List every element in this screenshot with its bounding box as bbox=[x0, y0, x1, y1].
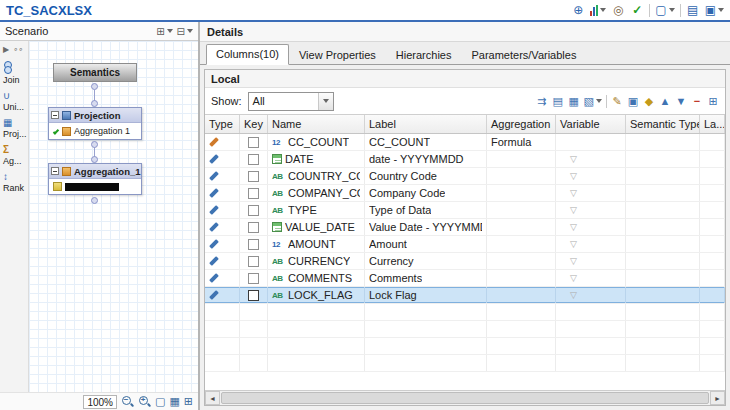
maximize-icon[interactable]: ▣ bbox=[705, 3, 724, 17]
add-columns-icon[interactable]: ▤ bbox=[552, 94, 564, 108]
add-counter-icon[interactable]: ▧ bbox=[584, 94, 602, 108]
horizontal-scrollbar[interactable]: ◄ ► bbox=[205, 390, 725, 405]
variable-filter-icon[interactable]: ▽ bbox=[570, 188, 577, 198]
label-column-cell bbox=[700, 270, 725, 286]
aggregation-cell bbox=[487, 219, 556, 235]
tab-parameters-variables[interactable]: Parameters/Variables bbox=[461, 45, 586, 65]
variable-filter-icon[interactable]: ▽ bbox=[570, 171, 577, 181]
variable-filter-icon[interactable]: ▽ bbox=[570, 256, 577, 266]
scrollbar-thumb[interactable] bbox=[221, 392, 709, 404]
mapping-icon[interactable]: ⊞ bbox=[707, 94, 719, 108]
column-header-label[interactable]: Label bbox=[365, 115, 487, 133]
table-row[interactable]: ABTYPE Type of Data ▽ bbox=[205, 202, 725, 219]
show-filter-select[interactable]: All bbox=[248, 92, 334, 111]
key-checkbox[interactable] bbox=[248, 273, 259, 284]
find-icon[interactable]: ◎ bbox=[611, 3, 625, 17]
deploy-icon[interactable]: ⊕ bbox=[571, 3, 585, 17]
key-checkbox[interactable] bbox=[248, 239, 259, 250]
tab-view-properties[interactable]: View Properties bbox=[289, 45, 386, 65]
variable-filter-icon[interactable]: ▽ bbox=[570, 273, 577, 283]
key-checkbox[interactable] bbox=[248, 171, 259, 182]
editor-switch-icon[interactable]: ▤ bbox=[686, 3, 700, 17]
palette-item-aggregation[interactable]: Σ Ag... bbox=[2, 143, 26, 167]
zoom-in-icon[interactable]: + bbox=[138, 395, 151, 408]
palette-item-join[interactable]: Join bbox=[2, 60, 26, 86]
remove-icon[interactable]: − bbox=[691, 94, 703, 108]
table-row[interactable]: 12AMOUNT Amount ▽ bbox=[205, 236, 725, 253]
connector-icon[interactable]: ∘∘ bbox=[13, 44, 23, 55]
zoom-level[interactable]: 100% bbox=[83, 395, 117, 409]
key-checkbox[interactable] bbox=[248, 205, 259, 216]
collapse-node-icon[interactable] bbox=[51, 167, 59, 175]
pointer-icon[interactable]: ▶ bbox=[3, 44, 9, 55]
table-row[interactable]: 12CC_COUNT CC_COUNT Formula bbox=[205, 134, 725, 151]
projection-node-header[interactable]: Projection bbox=[49, 108, 141, 123]
key-checkbox[interactable] bbox=[248, 222, 259, 233]
aggregation-node-header[interactable]: Aggregation_1 bbox=[49, 164, 141, 179]
palette-item-union[interactable]: ∪ Uni... bbox=[2, 89, 26, 113]
palette-item-projection[interactable]: ▦ Proj... bbox=[2, 116, 26, 140]
connector-port[interactable] bbox=[91, 197, 98, 204]
connector-port[interactable] bbox=[91, 100, 98, 107]
table-row[interactable]: ABCURRENCY Currency ▽ bbox=[205, 253, 725, 270]
column-header-aggregation[interactable]: Aggregation bbox=[487, 115, 556, 133]
table-row[interactable]: ABCOMPANY_CO... Company Code ▽ bbox=[205, 185, 725, 202]
column-header-semantic-type[interactable]: Semantic Type bbox=[626, 115, 700, 133]
data-preview-icon[interactable] bbox=[590, 3, 606, 17]
zoom-out-icon[interactable]: − bbox=[121, 395, 134, 408]
table-row[interactable]: ABCOUNTRY_CODE Country Code ▽ bbox=[205, 168, 725, 185]
scroll-left-button[interactable]: ◄ bbox=[205, 391, 220, 405]
variable-filter-icon[interactable]: ▽ bbox=[570, 222, 577, 232]
copy-icon[interactable]: ▣ bbox=[627, 94, 639, 108]
validate-icon[interactable]: ✓ bbox=[630, 3, 644, 17]
aggregation-node-source[interactable] bbox=[49, 179, 141, 194]
connector-port[interactable] bbox=[91, 156, 98, 163]
expand-all-icon[interactable]: ⊞ bbox=[156, 26, 172, 37]
scenario-canvas[interactable]: Semantics Projection Aggreg bbox=[29, 41, 198, 392]
key-checkbox[interactable] bbox=[248, 137, 259, 148]
key-checkbox[interactable] bbox=[248, 256, 259, 267]
column-header-key[interactable]: Key bbox=[240, 115, 268, 133]
column-label: Lock Flag bbox=[369, 289, 417, 301]
assign-semantics-icon[interactable]: ◆ bbox=[643, 94, 655, 108]
propagate-to-semantics-icon[interactable]: ⇉ bbox=[536, 94, 548, 108]
key-checkbox[interactable] bbox=[248, 188, 259, 199]
add-calculated-column-icon[interactable]: ▦ bbox=[568, 94, 580, 108]
combo-dropdown-button[interactable] bbox=[318, 93, 333, 110]
variable-filter-icon[interactable]: ▽ bbox=[570, 154, 577, 164]
date-type-icon bbox=[272, 154, 282, 164]
palette-item-rank[interactable]: ↕ Rank bbox=[2, 170, 26, 194]
aggregation-node[interactable]: Aggregation_1 bbox=[48, 163, 142, 195]
scroll-right-button[interactable]: ► bbox=[710, 391, 725, 405]
variable-filter-icon[interactable]: ▽ bbox=[570, 239, 577, 249]
key-checkbox[interactable] bbox=[248, 290, 259, 301]
overview-icon[interactable]: ▦ bbox=[169, 396, 179, 407]
move-down-icon[interactable]: ▼ bbox=[675, 94, 687, 108]
move-up-icon[interactable]: ▲ bbox=[659, 94, 671, 108]
auto-layout-icon[interactable]: ⊞ bbox=[184, 396, 193, 407]
cell bbox=[700, 321, 725, 337]
open-layout-icon[interactable]: ▢ bbox=[655, 3, 674, 17]
cell bbox=[268, 338, 365, 354]
collapse-node-icon[interactable] bbox=[51, 111, 59, 119]
tab-columns[interactable]: Columns(10) bbox=[206, 44, 289, 65]
column-header-label-column[interactable]: La... bbox=[700, 115, 725, 133]
table-row-selected[interactable]: ABLOCK_FLAG Lock Flag ▽ bbox=[205, 287, 725, 304]
projection-node[interactable]: Projection Aggregation 1 bbox=[48, 107, 142, 140]
table-row[interactable]: VALUE_DATE Value Date - YYYYMMDD ▽ bbox=[205, 219, 725, 236]
tab-hierarchies[interactable]: Hierarchies bbox=[386, 45, 462, 65]
key-checkbox[interactable] bbox=[248, 154, 259, 165]
fit-to-screen-icon[interactable]: ▢ bbox=[155, 396, 165, 407]
variable-filter-icon[interactable]: ▽ bbox=[570, 290, 577, 300]
table-row[interactable]: DATE date - YYYYMMDD ▽ bbox=[205, 151, 725, 168]
projection-node-source[interactable]: Aggregation 1 bbox=[49, 123, 141, 139]
column-header-variable[interactable]: Variable bbox=[556, 115, 626, 133]
variable-filter-icon[interactable]: ▽ bbox=[570, 205, 577, 215]
semantics-node[interactable]: Semantics bbox=[53, 63, 137, 82]
edit-icon[interactable]: ✎ bbox=[611, 94, 623, 108]
collapse-all-icon[interactable]: ⊟ bbox=[177, 26, 193, 37]
table-row[interactable]: ABCOMMENTS Comments ▽ bbox=[205, 270, 725, 287]
column-header-type[interactable]: Type bbox=[205, 115, 240, 133]
column-header-name[interactable]: Name bbox=[268, 115, 365, 133]
connector-port[interactable] bbox=[91, 83, 98, 90]
